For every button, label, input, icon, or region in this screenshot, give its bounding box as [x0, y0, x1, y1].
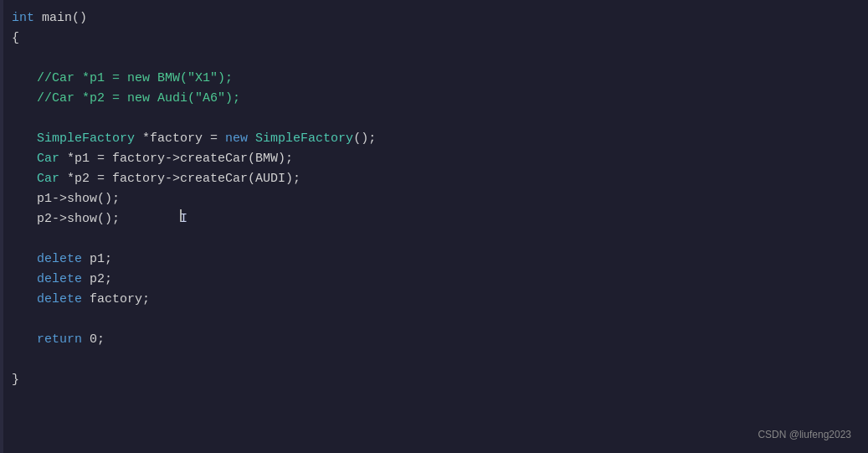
code-line	[8, 350, 868, 370]
code-line: delete factory;	[33, 290, 868, 310]
comment-text: //Car *p2 = new Audi("A6");	[37, 89, 240, 109]
code-line: //Car *p2 = new Audi("A6");	[33, 89, 868, 109]
plain-text	[248, 129, 255, 149]
code-line: delete p2;	[33, 270, 868, 290]
plain-text: p2->show();	[37, 209, 180, 229]
code-line: return 0;	[33, 330, 868, 350]
empty-line	[12, 310, 19, 330]
plain-text: *p2 = factory->createCar(AUDI);	[59, 169, 300, 189]
plain-text: main()	[34, 8, 87, 28]
code-line: {	[8, 28, 868, 49]
code-line	[8, 310, 868, 330]
plain-text: p1;	[82, 250, 112, 270]
code-line	[8, 229, 868, 250]
type-text: Car	[37, 169, 59, 189]
plain-text: p1->show();	[37, 189, 120, 209]
plain-text: ();	[353, 129, 376, 149]
code-line: p1->show();	[33, 189, 868, 209]
code-line: }	[8, 370, 868, 390]
keyword-int: int	[12, 8, 34, 28]
left-gutter	[0, 0, 3, 453]
cursor: I	[180, 209, 182, 222]
keyword-new: new	[225, 129, 248, 149]
code-line	[8, 109, 868, 129]
type-text: SimpleFactory	[37, 129, 135, 149]
code-line: //Car *p1 = new BMW("X1");	[33, 69, 868, 89]
empty-line	[12, 109, 19, 129]
empty-line	[12, 49, 19, 69]
plain-text: }	[12, 370, 19, 390]
empty-line	[12, 350, 19, 370]
code-line: p2->show(); I	[33, 209, 868, 229]
code-editor: int main() { //Car *p1 = new BMW("X1"); …	[0, 0, 868, 453]
empty-line	[12, 229, 19, 250]
plain-text: *p1 = factory->createCar(BMW);	[59, 149, 293, 169]
plain-text: factory;	[82, 290, 150, 310]
code-line: Car *p1 = factory->createCar(BMW);	[33, 149, 868, 169]
code-line: Car *p2 = factory->createCar(AUDI);	[33, 169, 868, 189]
code-line: int main()	[8, 8, 868, 28]
comment-text: //Car *p1 = new BMW("X1");	[37, 69, 233, 89]
code-line: SimpleFactory *factory = new SimpleFacto…	[33, 129, 868, 149]
type-text: Car	[37, 149, 59, 169]
code-line	[8, 49, 868, 69]
plain-text: {	[12, 28, 19, 49]
plain-text: *factory =	[135, 129, 225, 149]
watermark: CSDN @liufeng2023	[758, 427, 851, 443]
keyword-return: return	[37, 330, 82, 350]
keyword-delete: delete	[37, 270, 82, 290]
plain-text: 0;	[82, 330, 105, 350]
code-line: delete p1;	[33, 250, 868, 270]
keyword-delete: delete	[37, 290, 82, 310]
type-text: SimpleFactory	[255, 129, 353, 149]
keyword-delete: delete	[37, 250, 82, 270]
plain-text: p2;	[82, 270, 112, 290]
